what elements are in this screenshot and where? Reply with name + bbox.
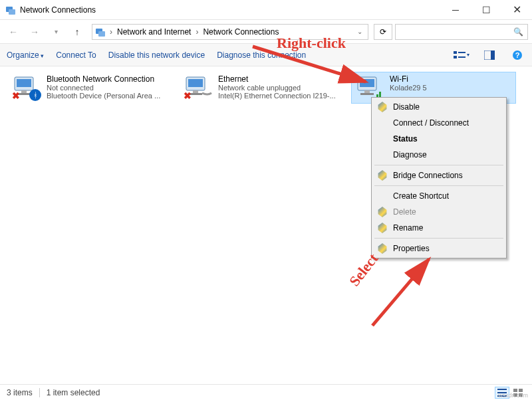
menu-bridge-connections[interactable]: Bridge Connections xyxy=(373,167,505,183)
breadcrumb-network-and-internet[interactable]: Network and Internet xyxy=(115,26,193,38)
selection-count: 1 item selected xyxy=(47,388,100,397)
svg-rect-4 xyxy=(454,51,457,54)
bluetooth-adapter-icon: ✖ ᚼ xyxy=(11,74,41,101)
preview-pane-button[interactable] xyxy=(481,47,497,63)
status-divider xyxy=(39,388,40,397)
adapter-status: Kolade29 5 xyxy=(390,84,513,92)
title-bar: Network Connections ─ ☐ ✕ xyxy=(0,0,532,20)
menu-connect-disconnect[interactable]: Connect / Disconnect xyxy=(373,115,505,131)
up-button[interactable]: ↑ xyxy=(68,23,86,41)
error-badge-icon: ✖ xyxy=(182,90,193,101)
adapter-name: Bluetooth Network Connection xyxy=(47,74,170,84)
svg-rect-22 xyxy=(364,90,370,93)
svg-rect-6 xyxy=(458,52,466,53)
help-button[interactable]: ? xyxy=(509,47,525,63)
svg-rect-1 xyxy=(9,9,15,15)
adapter-ethernet[interactable]: ✖ Ethernet Network cable unplugged Intel… xyxy=(180,72,344,104)
adapter-name: Ethernet xyxy=(218,74,342,84)
organize-menu[interactable]: Organize xyxy=(7,50,44,60)
window-controls: ─ ☐ ✕ xyxy=(440,0,532,19)
maximize-button[interactable]: ☐ xyxy=(471,0,501,19)
svg-rect-32 xyxy=(513,389,517,392)
window-title: Network Connections xyxy=(20,5,440,15)
item-count: 3 items xyxy=(7,388,33,397)
menu-properties[interactable]: Properties xyxy=(373,241,505,256)
navigation-bar: ← → ▾ ↑ › Network and Internet › Network… xyxy=(0,20,532,44)
minimize-button[interactable]: ─ xyxy=(440,0,471,19)
connect-to-button[interactable]: Connect To xyxy=(56,50,96,60)
menu-delete[interactable]: Delete xyxy=(373,204,505,220)
adapter-bluetooth[interactable]: ✖ ᚼ Bluetooth Network Connection Not con… xyxy=(8,72,173,104)
address-bar[interactable]: › Network and Internet › Network Connect… xyxy=(92,24,368,40)
menu-status[interactable]: Status xyxy=(373,131,505,147)
adapter-status: Not connected xyxy=(47,84,170,92)
close-button[interactable]: ✕ xyxy=(501,0,532,19)
menu-create-shortcut[interactable]: Create Shortcut xyxy=(373,188,505,204)
svg-rect-18 xyxy=(193,90,198,93)
error-badge-icon: ✖ xyxy=(11,90,21,101)
refresh-button[interactable]: ⟳ xyxy=(374,24,392,40)
adapter-device: Intel(R) Ethernet Connection I219-... xyxy=(218,92,342,100)
menu-separator xyxy=(374,238,503,239)
svg-rect-21 xyxy=(360,79,374,87)
command-bar: Organize Connect To Disable this network… xyxy=(0,44,532,66)
svg-rect-3 xyxy=(98,31,105,37)
diagnose-connection-button[interactable]: Diagnose this connection xyxy=(217,50,306,60)
adapter-name: Wi-Fi xyxy=(390,74,513,84)
forward-button[interactable]: → xyxy=(25,23,44,41)
svg-rect-17 xyxy=(188,79,203,87)
svg-text:?: ? xyxy=(515,51,520,59)
change-view-button[interactable]: ▾ xyxy=(454,47,469,63)
svg-rect-14 xyxy=(21,90,27,93)
menu-separator xyxy=(374,165,503,165)
breadcrumb-sep: › xyxy=(196,27,198,37)
ethernet-adapter-icon: ✖ xyxy=(182,74,213,101)
bluetooth-badge-icon: ᚼ xyxy=(29,89,41,101)
menu-separator xyxy=(374,185,503,186)
svg-rect-7 xyxy=(458,56,466,58)
search-box[interactable]: 🔍 xyxy=(395,24,528,40)
svg-rect-29 xyxy=(497,389,507,390)
svg-rect-23 xyxy=(360,93,374,95)
search-icon: 🔍 xyxy=(513,27,523,37)
recent-locations-button[interactable]: ▾ xyxy=(47,23,65,41)
breadcrumb-network-connections[interactable]: Network Connections xyxy=(201,26,281,38)
adapter-status: Network cable unplugged xyxy=(218,84,342,92)
menu-rename[interactable]: Rename xyxy=(373,220,505,236)
menu-diagnose[interactable]: Diagnose xyxy=(373,147,505,163)
address-dropdown-icon[interactable]: ⌄ xyxy=(354,28,365,35)
context-menu: Disable Connect / Disconnect Status Diag… xyxy=(371,97,507,258)
menu-disable[interactable]: Disable xyxy=(373,99,505,115)
watermark: wsxdn.com xyxy=(498,392,528,399)
svg-rect-9 xyxy=(491,50,495,60)
control-panel-icon xyxy=(95,27,106,37)
back-button[interactable]: ← xyxy=(4,23,23,41)
status-bar: 3 items 1 item selected xyxy=(0,384,532,400)
svg-rect-5 xyxy=(454,56,457,58)
breadcrumb-sep: › xyxy=(110,27,112,37)
svg-rect-33 xyxy=(519,389,523,392)
disable-device-button[interactable]: Disable this network device xyxy=(108,50,205,60)
app-icon xyxy=(5,5,16,15)
adapter-device: Bluetooth Device (Personal Area ... xyxy=(47,92,170,100)
svg-rect-13 xyxy=(17,79,31,87)
